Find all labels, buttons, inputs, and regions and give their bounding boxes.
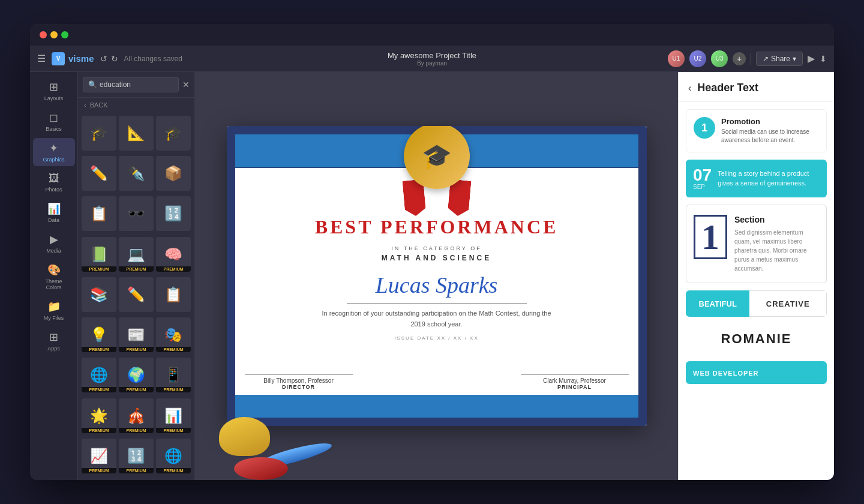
list-item[interactable]: 🎓 [82, 116, 116, 151]
cert-sig2-name: Clark Murray, Professor [521, 377, 629, 384]
sidebar-item-photos[interactable]: 🖼 Photos [33, 169, 75, 196]
list-item[interactable]: 📱PREMIUM [156, 358, 191, 392]
romanie-label: ROMANIE [693, 331, 820, 347]
list-item[interactable]: 🎭PREMIUM [156, 317, 191, 352]
list-item[interactable]: 📋 [82, 196, 116, 231]
list-item[interactable]: 🔢PREMIUM [119, 439, 154, 473]
template-item-beautiful-creative[interactable]: BEATIFUL CREATIVE [686, 290, 827, 317]
graphics-icon: ✦ [49, 142, 58, 155]
template-item-promotion[interactable]: 1 Promotion Social media can use to incr… [686, 109, 827, 152]
template-item-web-developer[interactable]: WEB DEVELOPER [686, 361, 827, 384]
list-item[interactable]: 📦 [156, 156, 191, 191]
premium-badge: PREMIUM [156, 266, 191, 272]
list-item[interactable]: 🌍PREMIUM [119, 358, 154, 392]
beautiful-creative-inner: BEATIFUL CREATIVE [686, 290, 827, 317]
sidebar-item-basics[interactable]: ◻ Basics [33, 107, 75, 136]
close-search-button[interactable]: ✕ [182, 80, 190, 89]
list-item[interactable]: ✏️ [82, 156, 116, 191]
list-item[interactable]: 📐 [119, 116, 154, 151]
download-button[interactable]: ⬇ [820, 54, 827, 64]
search-area: 🔍 education ✕ [78, 72, 194, 98]
search-box[interactable]: 🔍 education [83, 77, 179, 92]
panel-back-arrow[interactable]: ‹ [688, 83, 691, 94]
list-item[interactable]: 📊PREMIUM [156, 398, 191, 433]
menu-icon[interactable]: ☰ [37, 53, 46, 64]
sidebar-item-data[interactable]: 📊 Data [33, 199, 75, 227]
visme-logo-icon: V [52, 52, 65, 65]
add-collaborator-button[interactable]: + [733, 52, 746, 65]
avatar-image-2: U2 [689, 50, 706, 67]
back-button[interactable]: ‹ BACK [78, 98, 194, 112]
back-arrow-icon: ‹ [84, 101, 86, 109]
minimize-button[interactable] [50, 31, 58, 38]
back-label: BACK [90, 101, 108, 109]
list-item[interactable]: 🌐PREMIUM [156, 439, 191, 473]
list-item[interactable]: 🎓 [156, 116, 191, 151]
right-panel-header: ‹ Header Text [679, 72, 834, 102]
certificate[interactable]: ⚛⚛⚛⚛⚛⚛⚛⚛⚛⚛⚛⚛⚛⚛⚛⚛⚛⚛⚛⚛⚛⚛⚛⚛⚛⚛⚛⚛ BEST PERFOR… [227, 126, 647, 426]
premium-badge: PREMIUM [119, 387, 154, 392]
promotion-heading: Promotion [721, 117, 819, 126]
apps-icon: ⊞ [49, 331, 58, 344]
sidebar-item-my-files[interactable]: 📁 My Files [33, 296, 75, 325]
list-item[interactable]: 📈PREMIUM [82, 439, 116, 473]
theme-colors-icon: 🎨 [47, 263, 61, 277]
cert-category: MATH AND SCIENCE [382, 254, 491, 262]
panel-title: Header Text [697, 82, 758, 94]
list-item[interactable]: 📰PREMIUM [119, 317, 154, 352]
template-item-section[interactable]: 1 Section Sed dignissim elementum quam, … [686, 205, 827, 283]
canvas-area: ⚛⚛⚛⚛⚛⚛⚛⚛⚛⚛⚛⚛⚛⚛⚛⚛⚛⚛⚛⚛⚛⚛⚛⚛⚛⚛⚛⚛ BEST PERFOR… [195, 72, 678, 480]
date-description: Telling a story behind a product gives a… [718, 169, 820, 188]
cert-signature-1: Billy Thompson, Professor DIRECTOR [245, 374, 353, 390]
undo-button[interactable]: ↺ [100, 54, 107, 64]
sidebar-item-media[interactable]: ▶ Media [33, 229, 75, 257]
search-icon: 🔍 [88, 80, 97, 89]
list-item[interactable]: ✒️ [119, 156, 154, 191]
share-dropdown-icon: ▾ [793, 55, 796, 63]
list-item[interactable]: 🧠PREMIUM [156, 237, 191, 272]
undo-redo-group: ↺ ↻ [100, 54, 118, 64]
medal-circle: 🎓 [404, 126, 470, 189]
media-icon: ▶ [50, 233, 58, 246]
photos-icon: 🖼 [49, 172, 59, 185]
list-item[interactable]: 📚 [82, 277, 116, 312]
cert-issue-date: ISSUE DATE XX / XX / XX [394, 335, 479, 341]
section-text: Section Sed dignissim elementum quam, ve… [734, 215, 819, 273]
template-item-date[interactable]: 07 SEP Telling a story behind a product … [686, 160, 827, 197]
theme-colors-label: Theme Colors [38, 278, 70, 290]
app-bar-left: ☰ V visme ↺ ↻ All changes saved [37, 52, 296, 65]
template-item-romanie[interactable]: ROMANIE [686, 324, 827, 354]
avatar-image-3: U3 [711, 50, 728, 67]
maximize-button[interactable] [61, 31, 68, 38]
creative-label: CREATIVE [749, 290, 827, 317]
project-title[interactable]: My awesome Project Title [388, 51, 476, 60]
data-icon: 📊 [47, 202, 61, 215]
date-number: 07 [693, 167, 712, 184]
app-bar: ☰ V visme ↺ ↻ All changes saved My aweso… [30, 46, 834, 72]
list-item[interactable]: 💡PREMIUM [82, 317, 116, 352]
cert-recipient-name: Lucas Sparks [376, 272, 498, 298]
list-item[interactable]: 📗PREMIUM [82, 237, 116, 272]
close-button[interactable] [40, 31, 47, 38]
list-item[interactable]: 📋 [156, 277, 191, 312]
app-bar-center: My awesome Project Title By payman [303, 51, 562, 67]
sidebar-item-theme-colors[interactable]: 🎨 Theme Colors [33, 260, 75, 294]
list-item[interactable]: 🔢 [156, 196, 191, 231]
sidebar-item-layouts[interactable]: ⊞ Layouts [33, 77, 75, 105]
play-button[interactable]: ▶ [808, 53, 815, 64]
premium-badge: PREMIUM [119, 428, 154, 433]
share-button[interactable]: ↗ Share ▾ [756, 52, 803, 66]
apps-label: Apps [47, 346, 60, 352]
list-item[interactable]: ✏️ [119, 277, 154, 312]
sidebar-item-apps[interactable]: ⊞ Apps [33, 327, 75, 355]
redo-button[interactable]: ↻ [111, 54, 118, 64]
list-item[interactable]: 🕶️ [119, 196, 154, 231]
premium-badge: PREMIUM [119, 266, 154, 272]
list-item[interactable]: 💻PREMIUM [119, 237, 154, 272]
sidebar-item-graphics[interactable]: ✦ Graphics [33, 138, 75, 166]
section-heading: Section [734, 215, 819, 224]
list-item[interactable]: 🎪PREMIUM [119, 398, 154, 433]
left-sidebar: ⊞ Layouts ◻ Basics ✦ Graphics 🖼 Photos 📊… [30, 72, 78, 480]
list-item[interactable]: 🌐PREMIUM [82, 358, 116, 392]
list-item[interactable]: 🌟PREMIUM [82, 398, 116, 433]
